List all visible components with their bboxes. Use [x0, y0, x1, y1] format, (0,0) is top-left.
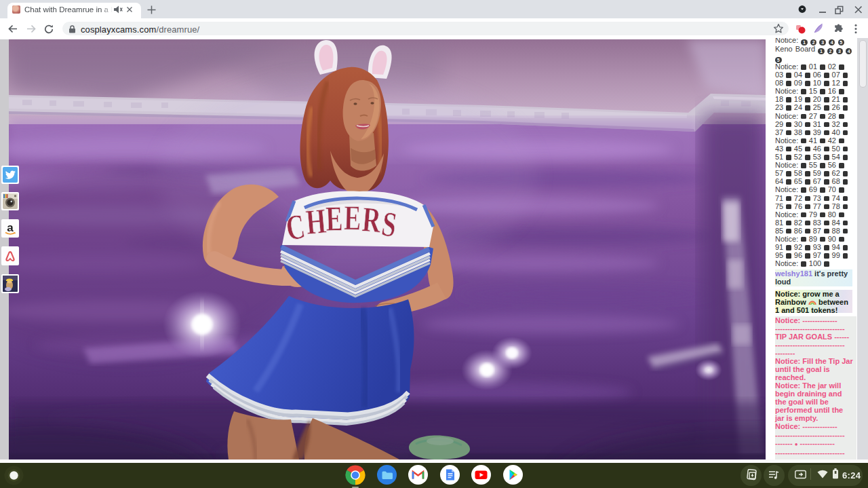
- svg-text:a: a: [7, 221, 14, 234]
- svg-text:E: E: [344, 198, 361, 238]
- svg-text:E: E: [325, 199, 343, 238]
- svg-text:H: H: [304, 202, 328, 242]
